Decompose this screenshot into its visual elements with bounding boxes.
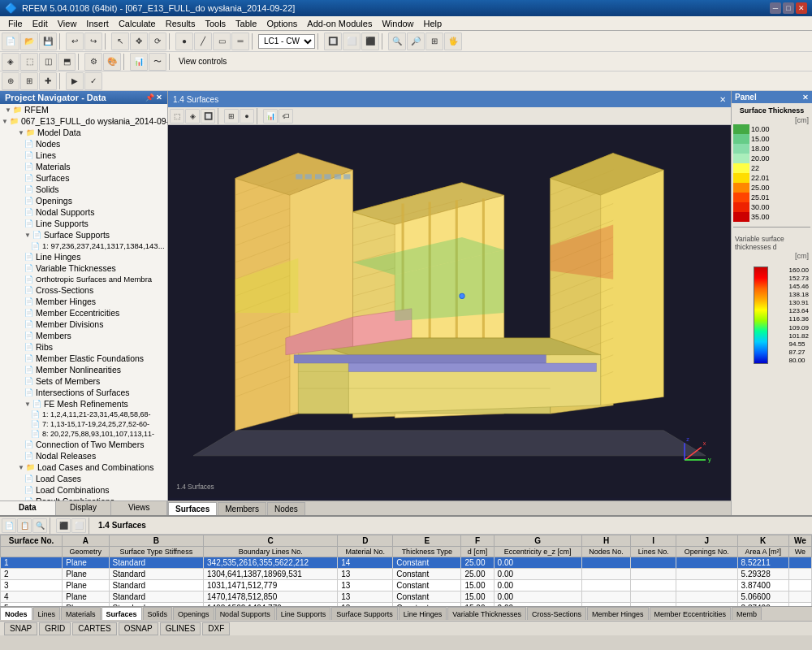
tree-materials[interactable]: 📄 Materials [0, 161, 167, 172]
tree-connection[interactable]: 📄 Connection of Two Members [0, 439, 167, 450]
table-tb-2[interactable]: 📋 [17, 518, 32, 533]
tab-solids[interactable]: Solids [143, 607, 173, 620]
tab-surf-supports[interactable]: Surface Supports [331, 607, 398, 620]
tree-surface-supports-detail[interactable]: 📄 1: 97,236,237,241,1317,1384,143... [0, 240, 167, 251]
cartes-btn[interactable]: CARTES [72, 622, 116, 635]
tree-model-data[interactable]: ▼ 📁 Model Data [0, 127, 167, 138]
tree-line-supports[interactable]: 📄 Line Supports [0, 218, 167, 229]
table-row[interactable]: 1 Plane Standard 342,535,2616,355,5622,2… [1, 557, 812, 569]
tree-lines[interactable]: 📄 Lines [0, 150, 167, 161]
osnap-btn[interactable]: OSNAP [119, 622, 158, 635]
tree-load-combinations[interactable]: 📄 Load Combinations [0, 484, 167, 496]
display-props-button[interactable]: ⚙ [84, 53, 102, 71]
tree-member-div[interactable]: 📄 Member Divisions [0, 318, 167, 330]
rotate-button[interactable]: ⟳ [149, 32, 166, 50]
menu-file[interactable]: File [3, 18, 28, 29]
glines-btn[interactable]: GLINES [160, 622, 201, 635]
nav-tab-display[interactable]: Display [56, 501, 112, 515]
table-tb-3[interactable]: 🔍 [32, 518, 47, 533]
select-button[interactable]: ↖ [111, 32, 129, 50]
tab-materials[interactable]: Materials [61, 607, 101, 620]
view-tb-6[interactable]: 📊 [263, 109, 278, 124]
tree-sets-of-members[interactable]: 📄 Sets of Members [0, 375, 167, 387]
axis-button[interactable]: ✚ [39, 72, 57, 90]
zoom-out-button[interactable]: 🔎 [407, 32, 425, 50]
menu-tools[interactable]: Tools [200, 18, 231, 29]
pan-button[interactable]: 🖐 [444, 32, 462, 50]
snap-btn[interactable]: SNAP [4, 622, 37, 635]
tab-nodes[interactable]: Nodes [267, 502, 305, 515]
view-canvas-3d[interactable]: x y z 1.4 Surfaces [168, 125, 731, 500]
tab-surfaces-bottom[interactable]: Surfaces [102, 607, 142, 620]
menu-options[interactable]: Options [261, 18, 302, 29]
tree-fe-detail-1[interactable]: 📄 1: 1,2,4,11,21-23,31,45,48,58,68- [0, 410, 167, 419]
front-view-button[interactable]: ⬚ [20, 53, 38, 71]
surface-button[interactable]: ▭ [213, 32, 231, 50]
dxf-btn[interactable]: DXF [202, 622, 230, 635]
tab-nodal-supports[interactable]: Nodal Supports [215, 607, 275, 620]
menu-help[interactable]: Help [419, 18, 447, 29]
menu-addon[interactable]: Add-on Modules [302, 18, 377, 29]
tree-surface-supports[interactable]: ▼ 📄 Surface Supports [0, 229, 167, 240]
wireframe-button[interactable]: ⬜ [343, 32, 361, 50]
tree-nodes[interactable]: 📄 Nodes [0, 138, 167, 150]
tab-line-supports[interactable]: Line Supports [276, 607, 331, 620]
tab-openings[interactable]: Openings [173, 607, 214, 620]
table-row[interactable]: 3 Plane Standard 1031,1471,512,779 13 Co… [1, 580, 812, 592]
load-case-selector[interactable]: LC1 - CW [258, 34, 315, 49]
new-button[interactable]: 📄 [2, 32, 19, 50]
menu-table[interactable]: Table [231, 18, 261, 29]
table-row[interactable]: 4 Plane Standard 1470,1478,512,850 13 Co… [1, 592, 812, 603]
render-button[interactable]: 🔲 [324, 32, 342, 50]
tree-cross-sections[interactable]: 📄 Cross-Sections [0, 284, 167, 296]
zoom-in-button[interactable]: 🔍 [388, 32, 406, 50]
save-button[interactable]: 💾 [39, 32, 57, 50]
tree-fe-detail-8[interactable]: 📄 8: 20,22,75,88,93,101,107,113,11- [0, 429, 167, 439]
view-tb-1[interactable]: ⬚ [170, 109, 184, 124]
menu-window[interactable]: Window [377, 18, 418, 29]
tree-rfem[interactable]: ▼ 📁 RFEM [0, 104, 167, 115]
tab-var-thick[interactable]: Variable Thicknesses [447, 607, 526, 620]
nav-tab-data[interactable]: Data [0, 501, 56, 515]
panel-close-icon[interactable]: ✕ [802, 93, 809, 102]
tree-openings[interactable]: 📄 Openings [0, 195, 167, 206]
line-button[interactable]: ╱ [194, 32, 212, 50]
move-button[interactable]: ✥ [130, 32, 148, 50]
tree-ortho[interactable]: 📄 Orthotropic Surfaces and Membra [0, 274, 167, 284]
fit-button[interactable]: ⊞ [425, 32, 443, 50]
maximize-button[interactable]: □ [783, 2, 794, 14]
nav-pin-icon[interactable]: 📌 [145, 93, 154, 102]
tree-project[interactable]: ▼ 📁 067_E13_FULL_do wysłania_2014-09-22 [0, 115, 167, 127]
grid-button[interactable]: ⊞ [20, 72, 38, 90]
window-controls[interactable]: ─ □ ✕ [770, 2, 807, 14]
tree-load-cases-section[interactable]: ▼ 📁 Load Cases and Combinations [0, 462, 167, 473]
tree-fe-mesh[interactable]: ▼ 📄 FE Mesh Refinements [0, 398, 167, 410]
view-tb-2[interactable]: ◈ [185, 109, 200, 124]
deform-button[interactable]: 〜 [149, 53, 166, 71]
open-button[interactable]: 📂 [20, 32, 38, 50]
tab-memb[interactable]: Memb [732, 607, 762, 620]
tree-solids[interactable]: 📄 Solids [0, 184, 167, 195]
tree-fe-detail-7[interactable]: 📄 7: 1,13-15,17-19,24,25,27,52-60- [0, 419, 167, 429]
snap-button[interactable]: ⊕ [2, 72, 19, 90]
tree-intersections[interactable]: 📄 Intersections of Surfaces [0, 387, 167, 398]
isometric-button[interactable]: ◈ [2, 53, 19, 71]
node-button[interactable]: ● [175, 32, 193, 50]
solid-button[interactable]: ⬛ [361, 32, 379, 50]
redo-button[interactable]: ↪ [84, 32, 102, 50]
color-button[interactable]: 🎨 [103, 53, 121, 71]
table-tb-5[interactable]: ⬜ [71, 518, 86, 533]
nav-close-icon[interactable]: ✕ [156, 93, 162, 102]
view-close-icon[interactable]: ✕ [719, 95, 726, 104]
tab-members[interactable]: Members [218, 502, 266, 515]
tab-member-hinges[interactable]: Member Hinges [587, 607, 649, 620]
nav-tab-views[interactable]: Views [111, 501, 167, 515]
tree-member-nonlin[interactable]: 📄 Member Nonlinearities [0, 364, 167, 375]
grid-btn[interactable]: GRID [39, 622, 71, 635]
tree-surfaces[interactable]: 📄 Surfaces [0, 172, 167, 184]
tab-member-ecc[interactable]: Member Eccentricities [650, 607, 732, 620]
tree-member-ef[interactable]: 📄 Member Elastic Foundations [0, 353, 167, 364]
tab-nodes[interactable]: Nodes [0, 607, 32, 620]
tree-member-hinges[interactable]: 📄 Member Hinges [0, 296, 167, 307]
view-tb-4[interactable]: ⊞ [224, 109, 239, 124]
